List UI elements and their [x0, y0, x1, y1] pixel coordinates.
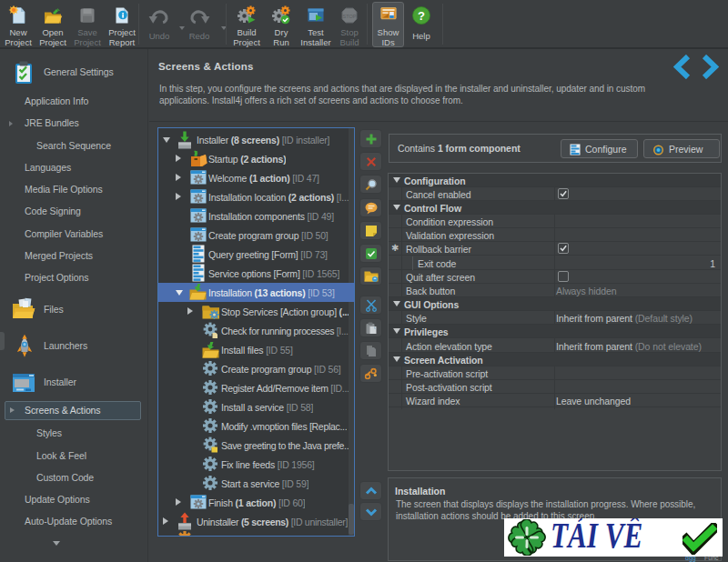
svg-text:STOP: STOP — [343, 14, 357, 19]
svg-text:?: ? — [418, 9, 425, 23]
